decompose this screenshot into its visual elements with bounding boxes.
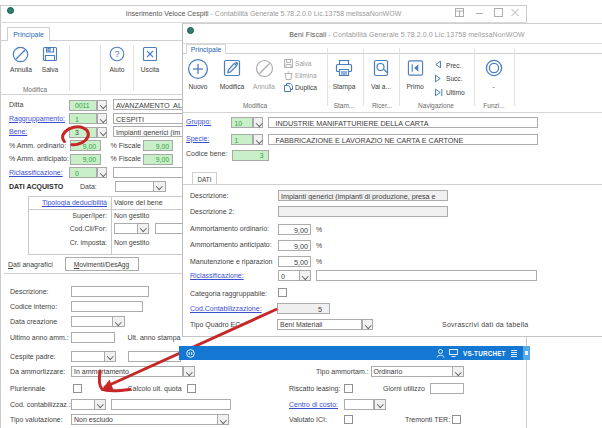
svg-text:?: ? xyxy=(114,49,119,59)
